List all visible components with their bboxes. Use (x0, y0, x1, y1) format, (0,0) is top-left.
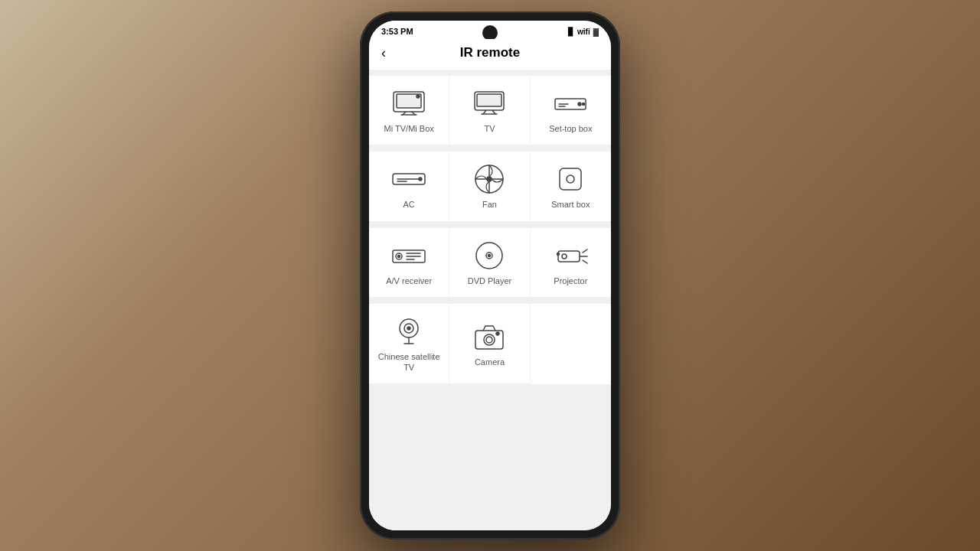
section-media: Mi TV/Mi Box TV (369, 76, 611, 145)
ac-icon (390, 165, 428, 193)
status-icons: ▊ wifi ▓ (568, 28, 599, 36)
svg-point-49 (484, 334, 495, 345)
dvd-player-icon (470, 242, 508, 269)
svg-line-40 (583, 249, 587, 253)
svg-point-51 (496, 332, 499, 335)
signal-icon: ▊ (568, 28, 574, 36)
smart-box-item[interactable]: Smart box (531, 152, 611, 221)
mi-tv-item[interactable]: Mi TV/Mi Box (369, 76, 449, 145)
tv-icon (470, 90, 508, 117)
smart-box-label: Smart box (551, 199, 590, 210)
section-satellite: Chinese satellite TV Cam (369, 304, 611, 385)
phone: 3:53 PM ▊ wifi ▓ ‹ IR remote (360, 11, 620, 540)
status-bar: 3:53 PM ▊ wifi ▓ (369, 21, 611, 39)
camera-icon (470, 323, 508, 350)
svg-point-27 (567, 175, 574, 183)
svg-point-19 (419, 178, 422, 181)
chinese-satellite-tv-label: Chinese satellite TV (375, 351, 443, 373)
fan-item[interactable]: Fan (449, 152, 530, 221)
set-top-box-item[interactable]: Set-top box (531, 76, 611, 145)
wifi-icon: wifi (577, 28, 590, 36)
page-title: IR remote (460, 45, 520, 60)
dvd-player-label: DVD Player (468, 276, 511, 286)
tv-label: TV (484, 123, 495, 134)
av-receiver-item[interactable]: A/V receiver (369, 228, 449, 298)
battery-icon: ▓ (593, 28, 599, 36)
set-top-box-label: Set-top box (549, 123, 592, 134)
svg-rect-26 (560, 168, 581, 190)
av-receiver-icon (390, 242, 428, 269)
projector-item[interactable]: Projector (531, 228, 611, 298)
section-appliances: AC (369, 152, 611, 221)
camera-label: Camera (475, 357, 505, 367)
section-av: A/V receiver DVD Player (369, 228, 611, 298)
av-receiver-label: A/V receiver (386, 276, 432, 286)
camera-item[interactable]: Camera (449, 304, 530, 385)
back-button[interactable]: ‹ (381, 45, 386, 61)
projector-icon (551, 242, 590, 269)
set-top-box-icon (551, 90, 590, 117)
svg-rect-7 (477, 94, 501, 106)
dvd-player-item[interactable]: DVD Player (449, 228, 530, 298)
chinese-satellite-tv-icon (390, 318, 428, 345)
front-camera (482, 25, 498, 41)
svg-line-41 (583, 260, 587, 263)
fan-icon (470, 165, 508, 193)
svg-point-14 (578, 103, 581, 106)
mi-tv-label: Mi TV/Mi Box (384, 123, 434, 134)
smart-box-icon (551, 165, 590, 193)
content-area: Mi TV/Mi Box TV (369, 70, 611, 530)
fan-label: Fan (482, 199, 497, 210)
svg-point-45 (407, 327, 410, 330)
nav-bar: ‹ IR remote (369, 39, 611, 70)
svg-point-30 (398, 255, 400, 257)
phone-wrapper: 3:53 PM ▊ wifi ▓ ‹ IR remote (360, 11, 620, 540)
phone-screen: 3:53 PM ▊ wifi ▓ ‹ IR remote (369, 21, 611, 530)
svg-point-50 (486, 337, 492, 343)
svg-point-38 (562, 254, 567, 259)
svg-point-15 (583, 103, 585, 106)
svg-point-42 (557, 253, 560, 255)
svg-point-21 (487, 177, 492, 181)
ac-label: AC (403, 199, 415, 210)
chinese-satellite-tv-item[interactable]: Chinese satellite TV (369, 304, 449, 385)
svg-point-36 (488, 254, 491, 256)
ac-item[interactable]: AC (369, 152, 449, 221)
svg-rect-37 (558, 251, 580, 262)
mi-tv-icon (390, 90, 428, 117)
tv-item[interactable]: TV (449, 76, 530, 145)
svg-point-5 (416, 95, 420, 98)
status-time: 3:53 PM (381, 27, 413, 36)
projector-label: Projector (554, 276, 587, 286)
